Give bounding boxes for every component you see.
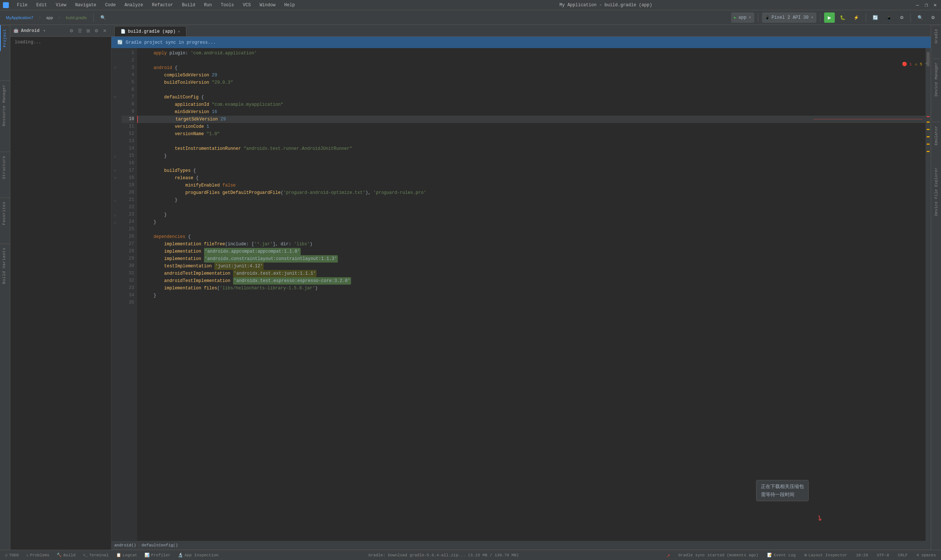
indent-btn[interactable]: 4 spaces xyxy=(914,552,938,558)
debug-button[interactable]: 🐛 xyxy=(837,12,848,23)
encoding-btn[interactable]: UTF-8 xyxy=(875,552,892,558)
avd-button[interactable]: 📱 xyxy=(883,12,895,23)
menu-tools[interactable]: Tools xyxy=(219,2,236,8)
profiler-btn[interactable]: 📊 Profiler xyxy=(142,552,173,558)
scroll-warning-marker-2 xyxy=(927,129,930,130)
sidebar-item-emulator[interactable]: Emulator xyxy=(932,122,940,149)
code-content[interactable]: apply plugin: 'com.android.application' … xyxy=(137,48,926,541)
line-numbers: 1 2 3 4 5 6 7 8 9 10 11 12 13 14 15 16 1… xyxy=(119,48,137,541)
panel-dropdown-arrow[interactable]: ▾ xyxy=(43,28,46,33)
sidebar-item-device-manager[interactable]: Device Manager xyxy=(932,58,940,100)
problems-expand-icon[interactable]: ⌃ xyxy=(925,62,928,67)
build-btn[interactable]: 🔨 Build xyxy=(54,552,77,558)
breadcrumb-gradle-btn[interactable]: build.gradle xyxy=(63,12,90,23)
sidebar-item-gradle[interactable]: Gradle xyxy=(932,25,940,48)
menu-file[interactable]: File xyxy=(15,2,30,8)
profile-button[interactable]: ⚡ xyxy=(851,12,862,23)
maximize-button[interactable]: ❐ xyxy=(923,2,929,8)
code-line-30: testImplementation 'junit:junit:4.12' xyxy=(137,263,926,270)
panel-gear-btn[interactable]: ⚙ xyxy=(93,28,100,34)
sync-button[interactable]: 🔄 xyxy=(870,12,881,23)
panel-list-btn[interactable]: ☰ xyxy=(76,28,83,34)
ln-33: 33 xyxy=(122,285,134,292)
menu-view[interactable]: View xyxy=(54,2,69,8)
search-button[interactable]: 🔍 xyxy=(97,12,109,23)
fold-24[interactable]: △ xyxy=(111,218,119,226)
menu-window[interactable]: Window xyxy=(257,2,278,8)
menu-build[interactable]: Build xyxy=(180,2,197,8)
breadcrumb-defaultconfig[interactable]: defaultConfig() xyxy=(142,543,178,548)
problems-btn[interactable]: ⚠ Problems xyxy=(24,552,51,558)
event-log-btn[interactable]: 📝 Event Log xyxy=(765,552,798,558)
sidebar-item-device-file-explorer[interactable]: Device File Explorer xyxy=(932,164,940,220)
ln-10: 10 xyxy=(122,116,134,123)
code-line-1: apply plugin: 'com.android.application' xyxy=(137,49,926,57)
code-line-20: proguardFiles getDefaultProguardFile('pr… xyxy=(137,189,926,197)
line-ending-btn[interactable]: CRLF xyxy=(896,552,910,558)
fold-23[interactable]: △ xyxy=(111,211,119,218)
ln-19: 19 xyxy=(122,182,134,189)
app-inspection-btn[interactable]: 🔬 App Inspection xyxy=(176,552,221,558)
logcat-btn[interactable]: 📋 Logcat xyxy=(114,552,140,558)
panel-close-btn[interactable]: ✕ xyxy=(102,28,108,34)
fold-15[interactable]: △ xyxy=(111,152,119,160)
menu-code[interactable]: Code xyxy=(103,2,118,8)
menu-help[interactable]: Help xyxy=(282,2,297,8)
line-ending-text: CRLF xyxy=(898,553,907,557)
warning-count-badge[interactable]: ⚠ 5 xyxy=(915,62,922,67)
run-button[interactable]: ▶ xyxy=(824,12,835,23)
code-line-34: } xyxy=(137,292,926,299)
ln-23: 23 xyxy=(122,211,134,218)
settings-main-button[interactable]: ⚙ xyxy=(928,12,938,23)
project-dropdown[interactable]: ▶ app ▾ xyxy=(731,12,754,23)
device-dropdown-arrow: ▾ xyxy=(811,15,813,20)
todo-label: TODO xyxy=(9,553,19,557)
minimize-button[interactable]: — xyxy=(915,2,920,8)
tab-build-gradle[interactable]: 📄 build.gradle (app) ✕ xyxy=(114,26,187,36)
find-button[interactable]: 🔍 xyxy=(915,12,926,23)
error-indicators: 🔴 1 ⚠ 5 ⌃ xyxy=(902,62,928,67)
panel-settings-btn[interactable]: ⚙ xyxy=(68,28,75,34)
menu-edit[interactable]: Edit xyxy=(34,2,49,8)
fold-17[interactable]: ▽ xyxy=(111,167,119,174)
editor-breadcrumb: android() › defaultConfig() xyxy=(111,541,931,550)
code-line-5: buildToolsVersion "29.0.3" xyxy=(137,79,926,86)
sidebar-item-structure[interactable]: Structure xyxy=(0,152,10,183)
error-count-badge[interactable]: 🔴 1 xyxy=(902,62,912,67)
fold-3[interactable]: ▽ xyxy=(111,64,119,72)
fold-18[interactable]: ▽ xyxy=(111,174,119,182)
panel-split-btn[interactable]: ⊞ xyxy=(85,28,91,34)
fold-7[interactable]: ▽ xyxy=(111,94,119,101)
ln-30: 30 xyxy=(122,263,134,270)
sidebar-item-favorites[interactable]: Favorites xyxy=(0,198,10,229)
menu-navigate[interactable]: Navigate xyxy=(73,2,99,8)
sidebar-item-build-variants[interactable]: Build Variants xyxy=(0,243,10,288)
sidebar-item-project[interactable]: Project xyxy=(0,25,10,51)
separator-3 xyxy=(820,13,821,22)
code-line-2 xyxy=(137,57,926,64)
layout-inspector-btn[interactable]: ⊞ Layout Inspector xyxy=(802,552,850,558)
device-dropdown[interactable]: 📱 Pixel 2 API 30 ▾ xyxy=(762,12,816,23)
close-button[interactable]: ✕ xyxy=(932,2,938,8)
ln-7: 7 xyxy=(122,94,134,101)
breadcrumb-android[interactable]: android() xyxy=(114,543,136,548)
fold-20 xyxy=(111,189,119,197)
scroll-warning-marker-1 xyxy=(927,122,930,123)
ln-34: 34 xyxy=(122,292,134,299)
menu-run[interactable]: Run xyxy=(202,2,214,8)
breadcrumb-app-btn[interactable]: app xyxy=(43,12,56,23)
terminal-btn[interactable]: >_ Terminal xyxy=(80,552,111,558)
breadcrumb-myapp-btn[interactable]: MyApplication7 xyxy=(3,12,36,23)
menu-refactor[interactable]: Refactor xyxy=(150,2,175,8)
menu-vcs[interactable]: VCS xyxy=(241,2,253,8)
fold-12 xyxy=(111,130,119,138)
sidebar-item-resource-manager[interactable]: Resource Manager xyxy=(0,80,10,130)
todo-btn[interactable]: ☑ TODO xyxy=(3,552,21,558)
scrollbar[interactable] xyxy=(926,48,931,541)
menu-analyze[interactable]: Analyze xyxy=(122,2,145,8)
code-line-27: implementation fileTree(include: ['*.jar… xyxy=(137,240,926,248)
sdk-button[interactable]: ⚙ xyxy=(897,12,907,23)
fold-21[interactable]: △ xyxy=(111,197,119,204)
tab-close-icon[interactable]: ✕ xyxy=(178,29,180,34)
code-line-12: versionName "1.0" xyxy=(137,130,926,138)
